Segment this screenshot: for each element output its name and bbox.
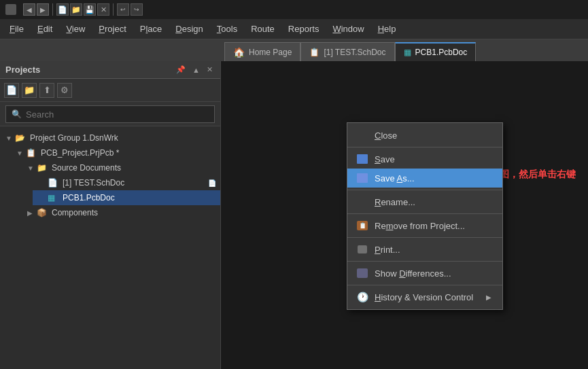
source-docs-icon: 📁 (37, 163, 49, 173)
pcb-icon: ▦ (404, 48, 411, 57)
list-item[interactable]: ▼ 📁 Source Documents (22, 160, 220, 175)
ctx-saveas[interactable]: Save As... (347, 169, 502, 188)
menu-place[interactable]: Place (133, 21, 169, 37)
file-badge: 📄 (208, 179, 216, 187)
menu-file[interactable]: File (3, 21, 31, 37)
ctx-close-label: Close (375, 130, 397, 141)
ctx-rename-icon (356, 196, 369, 207)
minimize-btn[interactable]: ▲ (190, 66, 202, 74)
ctx-saveas-icon (356, 173, 369, 183)
search-input[interactable] (26, 109, 209, 120)
ctx-history-label: History & Version Control (375, 292, 473, 302)
title-bar: ◀ ▶ 📄 📁 💾 ✕ ↩ ↪ (0, 0, 588, 19)
sch-file-icon: 📄 (48, 178, 60, 188)
open-file-btn[interactable]: 📁 (70, 3, 82, 16)
ctx-separator-6 (347, 285, 502, 285)
new-project-btn[interactable]: 📄 (4, 83, 19, 98)
pcb-file-label: PCB1.PcbDoc (63, 193, 115, 203)
ctx-saveas-label: Save As... (375, 173, 415, 183)
nav-forward-btn[interactable]: ▶ (37, 3, 49, 16)
home-icon: 🏠 (233, 47, 245, 58)
ctx-separator-5 (347, 261, 502, 262)
app-icon (5, 4, 16, 15)
open-project-btn[interactable]: 📁 (22, 83, 37, 98)
components-label: Components (52, 208, 98, 217)
panel-controls: 📌 ▲ ✕ (174, 65, 215, 74)
nav-back-btn[interactable]: ◀ (23, 3, 35, 16)
ctx-history[interactable]: 🕐 History & Version Control ▶ (347, 287, 502, 306)
ctx-differences-label: Show Differences... (375, 268, 451, 279)
menu-help[interactable]: Help (371, 21, 403, 37)
new-file-btn[interactable]: 📄 (56, 3, 69, 16)
ctx-print-label: Print... (375, 245, 400, 255)
projects-panel: Projects 📌 ▲ ✕ 📄 📁 ⬆ ⚙ 🔍 ▼ 📂 (0, 61, 221, 369)
menu-view[interactable]: View (59, 21, 92, 37)
submenu-arrow-icon: ▶ (486, 294, 491, 301)
project-group-label: Project Group 1.DsnWrk (30, 133, 118, 143)
ctx-rename-label: Rename... (375, 197, 415, 207)
menu-edit[interactable]: Edit (31, 21, 59, 37)
ctx-save-icon (356, 154, 369, 164)
ctx-separator-4 (347, 237, 502, 238)
redo-btn[interactable]: ↪ (131, 3, 143, 16)
ctx-save[interactable]: Save (347, 150, 502, 169)
menu-route[interactable]: Route (244, 21, 281, 37)
ctx-print[interactable]: Print... (347, 240, 502, 259)
tab-sch-label: [1] TEST.SchDoc (324, 48, 385, 57)
pin-btn[interactable]: 📌 (174, 65, 188, 74)
ctx-remove[interactable]: 📋 Remove from Project... (347, 216, 502, 235)
tab-pcb[interactable]: ▦ PCB1.PcbDoc (395, 42, 477, 61)
panel-title: Projects (5, 65, 40, 75)
menu-tools[interactable]: Tools (210, 21, 244, 37)
ctx-differences[interactable]: Show Differences... (347, 264, 502, 283)
menu-project[interactable]: Project (92, 21, 133, 37)
tree-arrow: ▶ (27, 209, 37, 217)
menu-bar: File Edit View Project Place Design Tool… (0, 19, 588, 39)
tree-arrow: ▼ (5, 135, 15, 142)
ctx-close[interactable]: Close (347, 126, 502, 145)
source-docs-label: Source Documents (52, 163, 121, 173)
list-item[interactable]: ▶ 📦 Components (22, 205, 220, 220)
tab-home-label: Home Page (249, 48, 292, 57)
list-item[interactable]: ▼ 📂 Project Group 1.DsnWrk (0, 130, 220, 145)
menu-design[interactable]: Design (169, 21, 209, 37)
save-project-btn[interactable]: ⬆ (39, 83, 54, 98)
undo-btn[interactable]: ↩ (117, 3, 129, 16)
save-btn[interactable]: 💾 (84, 3, 96, 16)
sch-file-label: [1] TEST.SchDoc (63, 178, 124, 188)
menu-reports[interactable]: Reports (281, 21, 326, 37)
project-tree: ▼ 📂 Project Group 1.DsnWrk ▼ 📋 PCB_Proje… (0, 126, 220, 369)
ctx-separator-3 (347, 213, 502, 214)
ctx-separator-1 (347, 147, 502, 147)
tab-home[interactable]: 🏠 Home Page (224, 42, 300, 61)
tab-bar: 🏠 Home Page 📋 [1] TEST.SchDoc ▦ PCB1.Pcb… (0, 39, 588, 61)
search-box: 🔍 (0, 102, 220, 126)
search-input-wrap[interactable]: 🔍 (5, 105, 215, 123)
project-icon: 📋 (26, 148, 38, 158)
list-item[interactable]: ▼ 📋 PCB_Project.PrjPcb * (11, 145, 220, 160)
tree-arrow: ▼ (27, 164, 37, 172)
ctx-print-icon (356, 244, 369, 255)
components-icon: 📦 (37, 208, 49, 217)
ctx-rename[interactable]: Rename... (347, 192, 502, 211)
list-item[interactable]: ▦ PCB1.PcbDoc (33, 190, 220, 205)
sidebar-toolbar: 📄 📁 ⬆ ⚙ (0, 79, 220, 102)
main-layout: Projects 📌 ▲ ✕ 📄 📁 ⬆ ⚙ 🔍 ▼ 📂 (0, 61, 588, 369)
context-menu: Close Save Save As... Rename... (347, 122, 503, 310)
close-btn[interactable]: ✕ (97, 3, 109, 16)
sch-icon: 📋 (309, 48, 319, 57)
pcb-file-icon: ▦ (48, 193, 60, 203)
list-item[interactable]: 📄 [1] TEST.SchDoc 📄 (33, 175, 220, 190)
project-group-icon: 📂 (15, 133, 27, 143)
ctx-close-icon (356, 130, 369, 141)
close-panel-btn[interactable]: ✕ (205, 65, 215, 74)
ctx-history-icon: 🕐 (356, 292, 369, 302)
ctx-separator-2 (347, 190, 502, 190)
menu-window[interactable]: Window (326, 21, 370, 37)
ctx-differences-icon (356, 268, 369, 279)
settings-btn[interactable]: ⚙ (57, 83, 72, 98)
ctx-save-label: Save (375, 154, 395, 164)
tab-sch[interactable]: 📋 [1] TEST.SchDoc (300, 42, 394, 61)
project-label: PCB_Project.PrjPcb * (41, 148, 119, 158)
search-icon: 🔍 (12, 109, 22, 119)
